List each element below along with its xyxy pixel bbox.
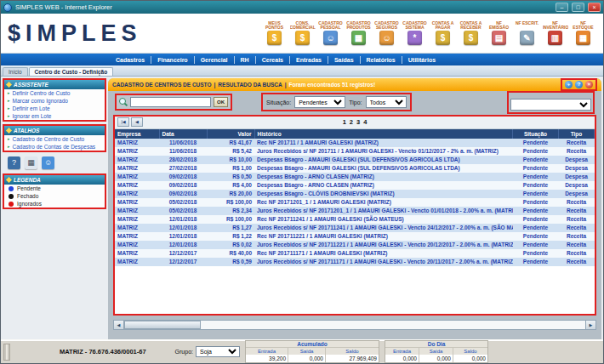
table-row[interactable]: MATRIZ 27/02/2018 R$ 1,00 Despesas Bšagr…: [115, 164, 595, 173]
cell-tipo: Receita: [559, 147, 595, 156]
table-row[interactable]: MATRIZ 05/02/2018 R$ 2,34 Juros Recebido…: [115, 207, 595, 215]
close-panel-button[interactable]: ×: [585, 81, 593, 88]
table-row[interactable]: MATRIZ 11/06/2018 R$ 41,67 Rec NF 201711…: [115, 139, 595, 147]
icon-cadastro-pessoal[interactable]: CADASTRO PESSOAL ☺: [317, 21, 344, 45]
icon-contas-a-receber[interactable]: CONTAS A RECEBER $: [458, 21, 484, 45]
cell-tipo: Receita: [559, 232, 595, 241]
col-data[interactable]: Data: [159, 129, 207, 139]
first-page-button[interactable]: |◀: [117, 117, 129, 127]
atalho-item[interactable]: ▸ Cadastro de Contas de Despesas: [4, 143, 105, 151]
maximize-button[interactable]: □: [572, 3, 584, 12]
menu-item[interactable]: RH: [235, 56, 256, 64]
assistente-item[interactable]: ▸ Marcar como Ignorado: [4, 97, 105, 105]
atalho-item[interactable]: ▸ Cadastro de Centro de Custo: [4, 135, 105, 143]
cell-situacao: Pendente: [513, 139, 559, 147]
legenda-panel: LEGENDA Pendente Fechado: [3, 173, 106, 209]
table-row[interactable]: MATRIZ 09/02/2018 R$ 20,00 Despesas Bšag…: [115, 190, 595, 198]
icon-meus-pontos[interactable]: MEUS PONTOS $: [261, 21, 288, 45]
assistente-panel: ASSISTENTE ▸ Definir Centro de Custo ▸ M…: [3, 78, 106, 122]
entrada-header: Entrada: [246, 348, 288, 355]
help-icon[interactable]: ?: [8, 156, 20, 169]
menu-item[interactable]: Cadastros: [110, 56, 151, 64]
calculator-icon[interactable]: ▦: [25, 156, 37, 169]
scroll-left-button[interactable]: ◀: [113, 320, 124, 330]
table-row[interactable]: MATRIZ 11/06/2018 R$ 5,42 Juros Recebido…: [115, 147, 595, 156]
cell-data: 12/12/2017: [159, 258, 207, 266]
menu-item[interactable]: Entradas: [290, 56, 328, 64]
menu-item[interactable]: Financeiro: [151, 56, 194, 64]
grupo-select[interactable]: Soja: [196, 346, 240, 357]
icon-consulta-comercial[interactable]: CONS. COMERCIAL $: [289, 21, 316, 45]
menu-item[interactable]: Saídas: [328, 56, 361, 64]
resize-grip[interactable]: [3, 344, 10, 361]
col-empresa[interactable]: Empresa: [115, 129, 159, 139]
icon-cadastro-seguros[interactable]: CADASTRO SEGUROS ☺: [373, 21, 400, 45]
help-button[interactable]: ?: [575, 81, 583, 88]
cell-situacao: Pendente: [513, 198, 559, 207]
assistente-item[interactable]: ▸ Definir Centro de Custo: [4, 89, 105, 97]
close-button[interactable]: ×: [588, 3, 601, 12]
col-historico[interactable]: Histórico: [254, 129, 513, 139]
menu-item[interactable]: Gerencial: [195, 56, 235, 64]
table-row[interactable]: MATRIZ 12/01/2018 R$ 1,27 Juros Recebido…: [115, 224, 595, 232]
tipo-select[interactable]: Todos: [366, 96, 407, 108]
table-row[interactable]: MATRIZ 09/02/2018 R$ 0,50 Despesas Bšagr…: [115, 173, 595, 181]
icon-nf-emissao[interactable]: NF EMISSÃO ▤: [486, 21, 512, 45]
cell-tipo: Receita: [559, 249, 595, 258]
menu-item[interactable]: Relatórios: [361, 56, 402, 64]
prev-page-button[interactable]: ◀: [131, 117, 143, 127]
icon-contas-a-pagar[interactable]: CONTAS A PAGAR $: [430, 21, 456, 45]
cell-historico: Rec NF 201711221 / 1 AMAURI GALESKI (MAT…: [254, 232, 513, 241]
user-icon[interactable]: ☺: [42, 156, 54, 169]
icon-nf-estoque[interactable]: NF ESTOQUE ▦: [570, 21, 596, 45]
search-input[interactable]: [130, 97, 211, 107]
page-number[interactable]: 1: [341, 118, 348, 126]
table-row[interactable]: MATRIZ 12/01/2018 R$ 1,22 Rec NF 2017112…: [115, 232, 595, 241]
minimize-button[interactable]: –: [556, 3, 568, 12]
grupo-label: Grupo:: [175, 349, 193, 355]
icon-cadastro-sistema[interactable]: CADASTRO SISTEMA *: [402, 21, 428, 45]
acumulado-saldo-value: 27.969,409: [326, 355, 379, 362]
icon-cadastro-produtos[interactable]: CADASTRO PRODUTOS ▦: [345, 21, 372, 45]
col-tipo[interactable]: Tipo: [559, 129, 595, 139]
page-number[interactable]: 3: [355, 118, 362, 126]
scrollbar-track[interactable]: [124, 320, 585, 330]
tab-centro-de-custo[interactable]: Centro de Custo - Definição: [29, 67, 114, 76]
add-button[interactable]: +: [565, 81, 573, 88]
table-row[interactable]: MATRIZ 09/02/2018 R$ 4,00 Despesas Bšagr…: [115, 181, 595, 190]
bullet-icon: ▸: [8, 114, 10, 118]
col-valor[interactable]: Valor: [207, 129, 254, 139]
legend-dot: [9, 186, 14, 191]
scrollbar-thumb[interactable]: [124, 321, 201, 329]
page-number[interactable]: 4: [362, 118, 368, 126]
table-row[interactable]: MATRIZ 05/02/2018 R$ 100,00 Rec NF 20171…: [115, 198, 595, 207]
icon-nf-inventario[interactable]: NF INVENTÁRIO ▥: [542, 21, 568, 45]
menu-item[interactable]: Cereais: [256, 56, 290, 64]
situacao-select[interactable]: Pendentes: [294, 96, 345, 108]
cell-data: 09/02/2018: [159, 173, 207, 181]
table-row[interactable]: MATRIZ 12/12/2017 R$ 40,00 Rec NF 201711…: [115, 249, 595, 258]
table-row[interactable]: MATRIZ 12/01/2018 R$ 100,00 Rec NF 20171…: [115, 215, 595, 224]
assistente-item[interactable]: ▸ Definir em Lote: [4, 105, 105, 112]
horizontal-scrollbar: ◀ ▶: [113, 320, 596, 330]
table-row[interactable]: MATRIZ 12/01/2018 R$ 0,02 Juros Recebido…: [115, 241, 595, 249]
icon-nf-escrituracao[interactable]: NF ESCRIT. ✎: [514, 21, 540, 45]
search-ok-button[interactable]: OK: [214, 97, 228, 107]
cell-empresa: MATRIZ: [115, 139, 159, 147]
col-situacao[interactable]: Situação: [513, 129, 559, 139]
assistente-item[interactable]: ▸ Ignorar em Lote: [4, 112, 105, 120]
extra-filter-select[interactable]: [510, 99, 591, 111]
legend-item: Pendente: [4, 185, 105, 192]
cell-tipo: Receita: [559, 139, 595, 147]
top-toolbar: MEUS PONTOS $ CONS. COMERCIAL $ CADASTRO…: [261, 21, 596, 45]
tab-inicio[interactable]: Início: [3, 67, 28, 76]
table-row[interactable]: MATRIZ 28/02/2018 R$ 10,00 Despesas Bšag…: [115, 156, 595, 164]
acumulado-saida-value: 0,000: [288, 355, 325, 362]
content-panel: CADASTRO DE CENTROS DE CUSTO | RESULTADO…: [108, 78, 601, 339]
panel-buttons: + ? ×: [561, 78, 597, 91]
menu-item[interactable]: Utilitários: [402, 56, 442, 64]
cell-data: 11/06/2018: [159, 147, 207, 156]
scroll-right-button[interactable]: ▶: [585, 320, 596, 330]
table-row[interactable]: MATRIZ 12/12/2017 R$ 0,59 Juros Recebido…: [115, 258, 595, 266]
page-number[interactable]: 2: [348, 118, 355, 126]
